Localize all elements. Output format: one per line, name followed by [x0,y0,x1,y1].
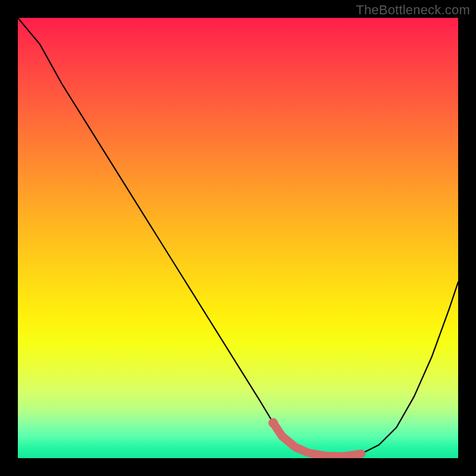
bottleneck-curve [18,18,458,456]
curve-layer [18,18,458,458]
plot-area [18,18,458,458]
valley-highlight [273,423,361,456]
valley-dot-left [268,418,278,428]
watermark-text: TheBottleneck.com [356,2,470,18]
bottleneck-chart: TheBottleneck.com [0,0,476,476]
